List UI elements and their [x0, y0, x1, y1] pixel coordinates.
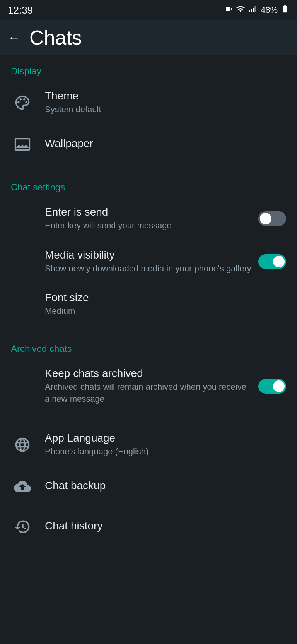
wallpaper-item[interactable]: Wallpaper — [0, 124, 297, 164]
media-visibility-subtitle: Show newly downloaded media in your phon… — [45, 263, 252, 275]
keep-archived-title: Keep chats archived — [45, 367, 252, 380]
status-time: 12:39 — [8, 4, 33, 16]
media-visibility-item[interactable]: Media visibility Show newly downloaded m… — [0, 240, 297, 283]
enter-is-send-toggle-circle — [260, 213, 271, 224]
app-language-subtitle: Phone's language (English) — [45, 446, 286, 458]
divider-1 — [0, 168, 297, 168]
keep-archived-toggle-circle — [273, 380, 285, 392]
svg-point-4 — [17, 101, 20, 104]
enter-is-send-item[interactable]: Enter is send Enter key will send your m… — [0, 197, 297, 240]
enter-is-send-title: Enter is send — [45, 206, 252, 218]
chat-history-title: Chat history — [45, 520, 286, 532]
svg-point-7 — [25, 101, 27, 104]
battery-text: 48% — [261, 5, 278, 15]
keep-archived-item[interactable]: Keep chats archived Archived chats will … — [0, 359, 297, 414]
keep-archived-subtitle: Archived chats will remain archived when… — [45, 381, 252, 405]
backup-icon — [11, 475, 34, 498]
keep-archived-toggle[interactable] — [258, 379, 286, 394]
media-visibility-content: Media visibility Show newly downloaded m… — [45, 249, 252, 275]
vibrate-icon — [224, 4, 233, 16]
svg-point-5 — [20, 98, 22, 101]
display-section: Display Theme System default Wallpaper — [0, 55, 297, 164]
page-header: ← Chats — [0, 20, 297, 55]
wallpaper-title: Wallpaper — [45, 137, 286, 150]
font-size-item[interactable]: Font size Medium — [0, 283, 297, 326]
font-size-content: Font size Medium — [45, 291, 286, 317]
display-section-label: Display — [0, 55, 297, 81]
svg-rect-3 — [254, 6, 256, 12]
page-title: Chats — [29, 26, 82, 49]
svg-rect-2 — [253, 8, 254, 12]
svg-rect-0 — [249, 10, 250, 12]
chat-backup-item[interactable]: Chat backup — [0, 466, 297, 507]
chat-settings-label: Chat settings — [0, 171, 297, 197]
font-size-subtitle: Medium — [45, 305, 286, 317]
theme-item[interactable]: Theme System default — [0, 81, 297, 124]
enter-is-send-content: Enter is send Enter key will send your m… — [45, 206, 252, 232]
history-icon — [11, 515, 34, 538]
keep-archived-content: Keep chats archived Archived chats will … — [45, 367, 252, 405]
theme-icon — [11, 91, 34, 114]
archived-chats-section: Archived chats Keep chats archived Archi… — [0, 332, 297, 414]
wallpaper-content: Wallpaper — [45, 137, 286, 151]
enter-is-send-right — [258, 211, 286, 226]
app-language-title: App Language — [45, 432, 286, 444]
archived-chats-label: Archived chats — [0, 332, 297, 359]
chat-settings-section: Chat settings Enter is send Enter key wi… — [0, 171, 297, 326]
wifi-icon — [236, 4, 245, 16]
app-language-item[interactable]: App Language Phone's language (English) — [0, 423, 297, 466]
theme-title: Theme — [45, 90, 286, 102]
battery-icon — [281, 5, 289, 15]
media-visibility-title: Media visibility — [45, 249, 252, 261]
svg-point-6 — [23, 98, 26, 101]
theme-subtitle: System default — [45, 104, 286, 116]
keep-archived-right — [258, 379, 286, 394]
svg-rect-1 — [251, 9, 252, 12]
theme-content: Theme System default — [45, 90, 286, 116]
font-size-title: Font size — [45, 291, 286, 304]
media-visibility-toggle[interactable] — [258, 254, 286, 269]
back-button[interactable]: ← — [8, 31, 20, 45]
divider-2 — [0, 329, 297, 329]
chat-backup-title: Chat backup — [45, 480, 286, 492]
chat-history-item[interactable]: Chat history — [0, 507, 297, 547]
chat-history-content: Chat history — [45, 520, 286, 534]
enter-is-send-subtitle: Enter key will send your message — [45, 220, 252, 232]
status-bar: 12:39 48% — [0, 0, 297, 20]
enter-is-send-toggle[interactable] — [258, 211, 286, 226]
chat-backup-content: Chat backup — [45, 480, 286, 493]
app-language-content: App Language Phone's language (English) — [45, 432, 286, 458]
wallpaper-icon — [11, 133, 34, 156]
status-icons: 48% — [224, 4, 289, 16]
media-visibility-toggle-circle — [273, 256, 285, 267]
globe-icon — [11, 433, 34, 456]
divider-3 — [0, 417, 297, 417]
signal-icon — [248, 4, 258, 16]
media-visibility-right — [258, 254, 286, 269]
